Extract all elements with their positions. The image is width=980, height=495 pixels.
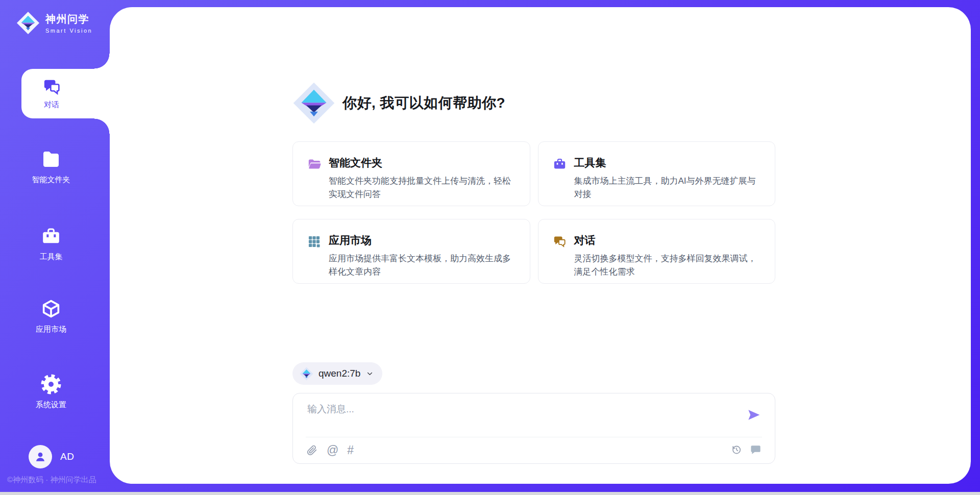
chat-bubble-filled-icon [750, 444, 762, 456]
model-name: qwen2:7b [318, 368, 360, 379]
card-title: 对话 [574, 233, 763, 247]
copyright: ©神州数码 · 神州问学出品 [7, 475, 96, 485]
folder-open-icon [307, 157, 321, 171]
apps-grid-icon [307, 235, 321, 249]
composer-divider [306, 437, 762, 437]
brand-subtitle: Smart Vision [45, 28, 92, 34]
card-description: 灵活切换多模型文件，支持多样回复效果调试，满足个性化需求 [574, 252, 763, 278]
diamond-logo-icon [16, 11, 40, 35]
hash-icon: # [347, 444, 354, 456]
brand-name: 神州问学 [45, 12, 92, 26]
brand-logo: 神州问学 Smart Vision [16, 11, 92, 35]
card-description: 应用市场提供丰富长文本模板，助力高效生成多样化文章内容 [329, 252, 518, 278]
sidebar-item-smart-folders[interactable]: 智能文件夹 [0, 149, 102, 185]
sidebar-item-label: 工具集 [0, 252, 102, 262]
briefcase-icon [553, 157, 567, 171]
gear-icon [41, 374, 61, 394]
composer: @ # [292, 393, 775, 464]
card-chat[interactable]: 对话 灵活切换多模型文件，支持多样回复效果调试，满足个性化需求 [538, 219, 776, 284]
chat-bubbles-icon [553, 235, 567, 249]
sidebar-item-settings[interactable]: 系统设置 [0, 374, 102, 410]
mention-button[interactable]: @ [327, 444, 338, 456]
card-app-market[interactable]: 应用市场 应用市场提供丰富长文本模板，助力高效生成多样化文章内容 [292, 219, 530, 284]
window-bottom-edge [0, 492, 980, 495]
sidebar-item-label: 应用市场 [0, 325, 102, 334]
feature-cards: 智能文件夹 智能文件夹功能支持批量文件上传与清洗，轻松实现文件问答 工具集 集成… [292, 141, 775, 284]
sidebar-item-label: 对话 [44, 100, 59, 110]
card-title: 智能文件夹 [329, 156, 518, 170]
diamond-logo-icon [292, 82, 335, 125]
diamond-logo-icon [300, 367, 313, 381]
card-description: 智能文件夹功能支持批量文件上传与清洗，轻松实现文件问答 [329, 175, 518, 201]
card-title: 工具集 [574, 156, 763, 170]
greeting-text: 你好, 我可以如何帮助你? [342, 93, 505, 113]
sidebar-item-toolbox[interactable]: 工具集 [0, 226, 102, 262]
sidebar-item-chat[interactable]: 对话 [21, 69, 110, 118]
history-icon [730, 444, 742, 456]
folder-icon [41, 149, 61, 169]
briefcase-icon [41, 226, 61, 246]
sidebar-item-label: 系统设置 [0, 400, 102, 410]
greeting-block: 你好, 我可以如何帮助你? [292, 82, 505, 125]
composer-tools-left: @ # [306, 444, 354, 456]
send-icon [746, 407, 762, 423]
attach-button[interactable] [306, 444, 318, 456]
at-sign-icon: @ [327, 444, 338, 456]
card-smart-folders[interactable]: 智能文件夹 智能文件夹功能支持批量文件上传与清洗，轻松实现文件问答 [292, 141, 530, 206]
paperclip-icon [306, 444, 318, 456]
card-title: 应用市场 [329, 233, 518, 247]
user-profile[interactable]: AD [29, 445, 74, 468]
chevron-down-icon [365, 369, 374, 378]
sidebar-item-chat-content: 对话 [21, 69, 82, 118]
app-root: 神州问学 Smart Vision 对话 智能文件夹 工具集 [0, 0, 980, 492]
topic-button[interactable]: # [347, 444, 354, 456]
user-name: AD [60, 451, 74, 462]
card-description: 集成市场上主流工具，助力AI与外界无缝扩展与对接 [574, 175, 763, 201]
model-selector[interactable]: qwen2:7b [292, 362, 382, 385]
main-panel: 你好, 我可以如何帮助你? 智能文件夹 智能文件夹功能支持批量文件上传与清洗，轻… [110, 7, 971, 484]
message-input[interactable] [307, 403, 736, 432]
send-button[interactable] [746, 407, 762, 423]
card-toolbox[interactable]: 工具集 集成市场上主流工具，助力AI与外界无缝扩展与对接 [538, 141, 776, 206]
composer-tools-right [730, 444, 762, 456]
person-icon [33, 449, 48, 464]
quick-phrase-button[interactable] [750, 444, 762, 456]
chat-bubbles-icon [42, 78, 61, 96]
history-button[interactable] [730, 444, 742, 456]
avatar [29, 445, 52, 468]
sidebar-item-label: 智能文件夹 [0, 175, 102, 185]
sidebar-item-app-market[interactable]: 应用市场 [0, 299, 102, 334]
cube-icon [41, 299, 61, 319]
